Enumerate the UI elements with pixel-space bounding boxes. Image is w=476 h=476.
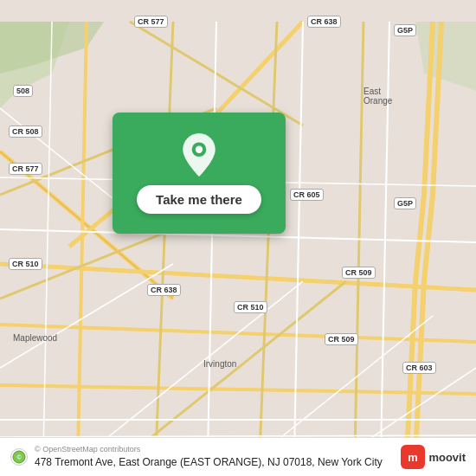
map-roads — [0, 0, 476, 476]
take-me-there-button[interactable]: Take me there — [137, 185, 261, 214]
svg-text:©: © — [16, 454, 22, 460]
road-badge-cr603: CR 603 — [402, 362, 436, 374]
bottom-bar: © © OpenStreetMap contributors 478 Tremo… — [0, 437, 476, 476]
road-badge-g5p-top: G5P — [394, 24, 416, 36]
road-badge-cr605: CR 605 — [290, 189, 324, 201]
road-badge-cr508: CR 508 — [9, 125, 42, 138]
moovit-icon: m — [401, 445, 425, 469]
attribution-text: © OpenStreetMap contributors — [35, 445, 394, 453]
moovit-label-text: moovit — [428, 451, 466, 464]
svg-line-22 — [381, 22, 389, 454]
osm-logo: © — [10, 448, 28, 466]
road-badge-cr638-top: CR 638 — [307, 16, 341, 28]
map-container: CR 577 CR 638 G5P 508 CR 508 CR 577 CR 6… — [0, 0, 476, 476]
svg-line-24 — [0, 108, 130, 212]
svg-line-13 — [355, 22, 363, 454]
svg-line-25 — [0, 264, 173, 368]
svg-line-26 — [87, 281, 303, 454]
address-text: 478 Tremont Ave, East Orange (EAST ORANG… — [35, 456, 383, 468]
road-badge-cr509-top: CR 509 — [342, 267, 376, 279]
moovit-logo: m moovit — [401, 445, 466, 469]
action-overlay: Take me there — [113, 113, 286, 234]
svg-marker-2 — [415, 22, 476, 91]
road-badge-cr638-mid: CR 638 — [147, 284, 181, 296]
road-badge-cr510-mid: CR 510 — [234, 301, 267, 313]
location-pin-icon — [182, 133, 216, 177]
svg-point-32 — [196, 145, 203, 152]
road-badge-g5p-mid: G5P — [394, 197, 416, 209]
road-badge-cr510-left: CR 510 — [9, 258, 42, 270]
road-badge-cr577-top: CR 577 — [134, 16, 168, 28]
svg-line-9 — [0, 385, 476, 394]
road-badge-cr509-bot: CR 509 — [325, 333, 358, 345]
svg-line-7 — [0, 264, 476, 290]
bottom-text-container: © OpenStreetMap contributors 478 Tremont… — [35, 445, 394, 469]
svg-text:m: m — [408, 451, 419, 464]
road-badge-cr577-mid: CR 577 — [9, 163, 42, 175]
svg-line-23 — [43, 22, 52, 454]
road-badge-508: 508 — [13, 85, 33, 97]
